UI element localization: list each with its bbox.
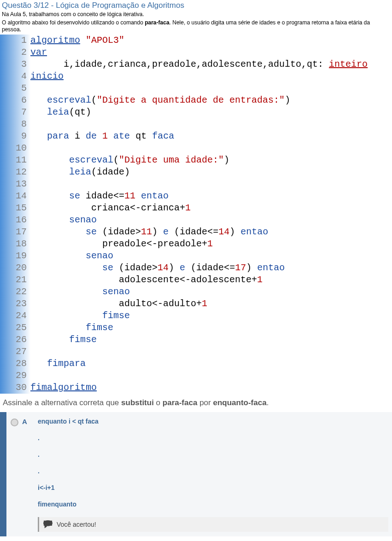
line-number: 26 [0, 334, 30, 346]
line-number: 15 [0, 202, 30, 214]
line-number: 29 [0, 370, 30, 382]
code-line: 4inicio [0, 70, 392, 82]
code-text: para i de 1 ate qt faca [30, 130, 174, 142]
line-number: 17 [0, 226, 30, 238]
line-number: 10 [0, 142, 30, 154]
line-number: 18 [0, 238, 30, 250]
code-text: fimse [30, 322, 113, 334]
code-line: 9 para i de 1 ate qt faca [0, 130, 392, 142]
prompt-bold: substitui [121, 398, 154, 407]
line-number: 22 [0, 286, 30, 298]
answer-line: . [38, 451, 388, 458]
code-text: i,idade,crianca,preadole,adolescente,adu… [30, 58, 368, 70]
line-number: 3 [0, 58, 30, 70]
code-line: 20 se (idade>14) e (idade<=17) entao [0, 262, 392, 274]
code-text: senao [30, 250, 113, 262]
code-line: 25 fimse [0, 322, 392, 334]
answer-letter: A [22, 412, 34, 536]
line-number: 4 [0, 70, 30, 82]
code-line: 5 [0, 82, 392, 94]
question-desc-1: Na Aula 5, trabalhamos com o conceito de… [0, 11, 392, 19]
code-text: fimse [30, 310, 130, 322]
code-text: fimpara [30, 358, 86, 370]
line-number: 9 [0, 130, 30, 142]
line-number: 21 [0, 274, 30, 286]
prompt-text: Assinale a alternativa correta que [3, 398, 121, 407]
code-text: se (idade>14) e (idade<=17) entao [30, 262, 285, 274]
code-line: 22 senao [0, 286, 392, 298]
code-text: fimse [30, 334, 97, 346]
code-line: 2var [0, 47, 392, 58]
code-text: escreval("Digite a quantidade de entrada… [30, 94, 290, 106]
line-number: 20 [0, 262, 30, 274]
code-line: 29 [0, 370, 392, 382]
prompt-bold: enquanto-faca [213, 398, 266, 407]
code-text: crianca<-crianca+1 [30, 202, 191, 214]
code-text: escreval("Digite uma idade:") [30, 154, 229, 166]
code-text [30, 346, 36, 358]
code-line: 7 leia(qt) [0, 106, 392, 118]
code-text: senao [30, 214, 97, 226]
code-line: 23 adulto<-adulto+1 [0, 298, 392, 310]
code-text: adolescente<-adolescente+1 [30, 274, 263, 286]
answer-option-a[interactable]: A enquanto i < qt faca...i<-i+1fimenquan… [0, 412, 392, 536]
answer-line: . [38, 434, 388, 442]
code-line: 3 i,idade,crianca,preadole,adolescente,a… [0, 58, 392, 70]
line-number: 5 [0, 82, 30, 94]
code-line: 1algoritmo "APOL3" [0, 35, 392, 47]
line-number: 12 [0, 166, 30, 178]
code-text: fimalgoritmo [30, 382, 97, 394]
line-number: 1 [0, 35, 30, 47]
comment-icon [43, 520, 53, 529]
code-line: 15 crianca<-crianca+1 [0, 202, 392, 214]
code-text: algoritmo "APOL3" [30, 35, 124, 47]
code-text: preadole<-preadole+1 [30, 238, 213, 250]
code-text [30, 82, 36, 94]
question-title: Questão 3/12 - Lógica de Programação e A… [0, 0, 392, 11]
line-number: 30 [0, 382, 30, 394]
code-text [30, 178, 36, 190]
code-line: 16 senao [0, 214, 392, 226]
question-desc-2: O algoritmo abaixo foi desenvolvido util… [0, 19, 392, 35]
code-text: se (idade>11) e (idade<=14) entao [30, 226, 268, 238]
code-text: se idade<=11 entao [30, 190, 169, 202]
code-line: 28 fimpara [0, 358, 392, 370]
line-number: 24 [0, 310, 30, 322]
code-line: 13 [0, 178, 392, 190]
desc-bold: para-faca [145, 19, 169, 26]
code-line: 11 escreval("Digite uma idade:") [0, 154, 392, 166]
code-text: inicio [30, 70, 64, 82]
answer-line: . [38, 467, 388, 475]
line-number: 2 [0, 47, 30, 58]
code-text: leia(idade) [30, 166, 130, 178]
code-line: 24 fimse [0, 310, 392, 322]
feedback-box: Você acertou! [38, 517, 388, 532]
line-number: 13 [0, 178, 30, 190]
line-number: 11 [0, 154, 30, 166]
line-number: 23 [0, 298, 30, 310]
answer-line: enquanto i < qt faca [38, 418, 388, 425]
svg-point-0 [43, 520, 53, 526]
code-text [30, 118, 36, 130]
code-line: 21 adolescente<-adolescente+1 [0, 274, 392, 286]
radio-icon[interactable] [11, 419, 18, 426]
feedback-text: Você acertou! [57, 521, 96, 528]
code-line: 17 se (idade>11) e (idade<=14) entao [0, 226, 392, 238]
desc-text: O algoritmo abaixo foi desenvolvido util… [2, 19, 145, 26]
line-number: 19 [0, 250, 30, 262]
line-number: 25 [0, 322, 30, 334]
code-text [30, 370, 36, 382]
code-line: 14 se idade<=11 entao [0, 190, 392, 202]
line-number: 7 [0, 106, 30, 118]
prompt-bold: para-faca [163, 398, 198, 407]
line-number: 6 [0, 94, 30, 106]
code-text: adulto<-adulto+1 [30, 298, 207, 310]
line-number: 27 [0, 346, 30, 358]
code-line: 27 [0, 346, 392, 358]
question-prompt: Assinale a alternativa correta que subst… [0, 394, 392, 412]
code-text: senao [30, 286, 130, 298]
answer-line: i<-i+1 [38, 484, 388, 491]
line-number: 16 [0, 214, 30, 226]
code-line: 30fimalgoritmo [0, 382, 392, 394]
code-text: leia(qt) [30, 106, 91, 118]
